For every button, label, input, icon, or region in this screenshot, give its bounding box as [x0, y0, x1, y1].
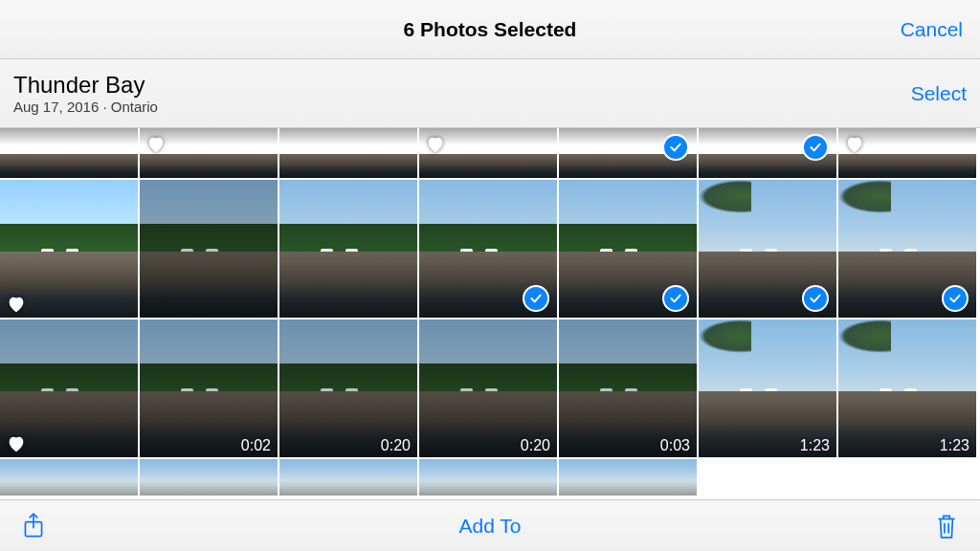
collection-title-block: Thunder Bay Aug 17, 2016 · Ontario	[13, 72, 158, 115]
favorite-heart-icon	[6, 294, 27, 315]
video-thumbnail[interactable]: 0:03	[559, 320, 699, 459]
delete-button[interactable]	[934, 512, 959, 540]
video-thumbnail[interactable]: 1:23	[699, 320, 838, 459]
photo-thumbnail[interactable]	[838, 180, 978, 320]
photo-thumbnail[interactable]	[0, 320, 140, 459]
video-duration: 1:23	[940, 437, 969, 454]
selected-checkmark-icon	[942, 285, 969, 312]
navbar: 6 Photos Selected Cancel	[0, 0, 980, 59]
video-duration: 0:20	[381, 437, 411, 454]
photo-thumbnail[interactable]	[419, 459, 559, 497]
photo-grid[interactable]: 0:020:200:200:031:231:23	[0, 128, 980, 499]
photo-thumbnail[interactable]	[0, 180, 140, 320]
empty-cell	[699, 459, 838, 497]
video-duration: 0:02	[241, 437, 271, 454]
toolbar: Add To	[0, 499, 980, 551]
photos-app: 6 Photos Selected Cancel Thunder Bay Aug…	[0, 0, 980, 551]
share-icon	[21, 512, 46, 540]
selected-checkmark-icon	[662, 134, 689, 161]
photo-thumbnail[interactable]	[838, 128, 978, 180]
selected-checkmark-icon	[523, 285, 549, 312]
trash-icon	[934, 512, 959, 540]
favorite-heart-icon	[844, 134, 865, 155]
photo-thumbnail[interactable]	[699, 128, 838, 180]
cancel-button[interactable]: Cancel	[901, 0, 963, 59]
photo-thumbnail[interactable]	[279, 128, 419, 180]
empty-cell	[838, 459, 978, 497]
video-thumbnail[interactable]: 0:02	[140, 320, 279, 459]
photo-thumbnail[interactable]	[140, 128, 279, 180]
photo-thumbnail[interactable]	[140, 459, 279, 497]
favorite-heart-icon	[425, 134, 446, 155]
select-button[interactable]: Select	[911, 82, 967, 105]
selected-checkmark-icon	[662, 285, 689, 312]
share-button[interactable]	[21, 512, 46, 540]
collection-header: Thunder Bay Aug 17, 2016 · Ontario Selec…	[0, 59, 980, 128]
photo-thumbnail[interactable]	[419, 128, 559, 180]
photo-thumbnail[interactable]	[559, 128, 699, 180]
photo-thumbnail[interactable]	[559, 459, 699, 497]
video-thumbnail[interactable]: 0:20	[279, 320, 419, 459]
photo-thumbnail[interactable]	[140, 180, 279, 320]
photo-thumbnail[interactable]	[419, 180, 559, 320]
photo-thumbnail[interactable]	[0, 128, 140, 180]
video-duration: 0:03	[660, 437, 690, 454]
collection-subtitle: Aug 17, 2016 · Ontario	[13, 99, 158, 115]
photo-thumbnail[interactable]	[279, 180, 419, 320]
video-thumbnail[interactable]: 1:23	[838, 320, 978, 459]
favorite-heart-icon	[6, 433, 27, 454]
toolbar-center: Add To	[0, 515, 980, 538]
photo-thumbnail[interactable]	[559, 180, 699, 320]
photo-thumbnail[interactable]	[0, 459, 140, 497]
photo-thumbnail[interactable]	[699, 180, 838, 320]
nav-title: 6 Photos Selected	[404, 18, 577, 41]
selected-checkmark-icon	[802, 134, 829, 161]
add-to-button[interactable]: Add To	[459, 515, 522, 537]
photo-thumbnail[interactable]	[279, 459, 419, 497]
collection-title: Thunder Bay	[13, 72, 158, 99]
video-duration: 1:23	[800, 437, 830, 454]
video-thumbnail[interactable]: 0:20	[419, 320, 559, 459]
video-duration: 0:20	[521, 437, 550, 454]
favorite-heart-icon	[145, 134, 167, 155]
selected-checkmark-icon	[802, 285, 829, 312]
